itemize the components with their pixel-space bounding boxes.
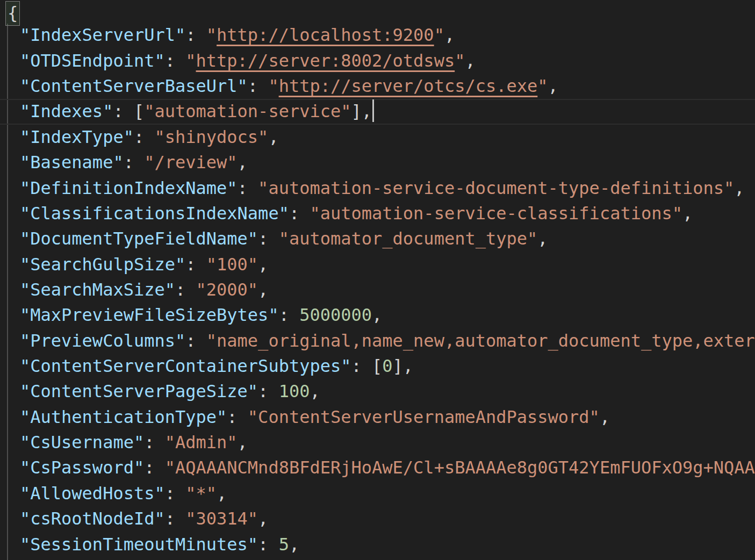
token-string: " — [434, 25, 444, 45]
code-line[interactable]: "PreviewColumns": "name_original,name_ne… — [0, 328, 755, 354]
code-line[interactable]: "CsUsername": "Admin", — [0, 430, 755, 455]
token-punctuation: , — [734, 178, 744, 198]
token-punctuation: : — [238, 178, 258, 198]
token-string: "Admin" — [165, 432, 238, 453]
token-punctuation: , — [537, 228, 548, 249]
token-string: "AQAAANCMnd8BFdERjHoAwE/Cl+sBAAAAe8g0GT4… — [165, 457, 755, 478]
token-punctuation: : — [165, 51, 186, 71]
token-key: "Indexes" — [20, 101, 113, 121]
token-string: "2000" — [196, 279, 258, 300]
token-string: "automation-service" — [144, 101, 351, 121]
token-punctuation: : — [175, 279, 196, 300]
token-string: "automation-service-document-type-defini… — [258, 178, 734, 198]
token-key: "PreviewColumns" — [20, 331, 185, 351]
code-line[interactable]: "CsPassword": "AQAAANCMnd8BFdERjHoAwE/Cl… — [0, 455, 755, 480]
code-area[interactable]: {"IndexServerUrl": "http://localhost:920… — [0, 0, 755, 557]
code-line[interactable]: "SearchGulpSize": "100", — [0, 252, 755, 277]
code-line[interactable]: "ContentServerContainerSubtypes": [0], — [0, 354, 755, 379]
token-punctuation: : — [185, 254, 206, 275]
code-line[interactable]: "ContentServerPageSize": 100, — [0, 379, 755, 404]
token-punctuation: , — [548, 76, 558, 96]
token-punctuation: : — [279, 305, 300, 325]
token-url[interactable]: http://server/otcs/cs.exe — [279, 76, 538, 96]
code-line[interactable]: { — [0, 0, 755, 23]
token-string: "ContentServerUsernameAndPassword" — [248, 407, 600, 427]
token-punctuation: , — [258, 254, 268, 275]
code-line[interactable]: "ClassificationsIndexName": "automation-… — [0, 201, 755, 226]
code-line[interactable]: "SessionTimeoutMinutes": 5, — [0, 532, 755, 557]
token-string: "automator_document_type" — [279, 228, 538, 249]
token-url[interactable]: http://server:8002/otdsws — [196, 51, 455, 71]
token-number: 0 — [382, 356, 392, 376]
token-string: " — [537, 76, 548, 96]
token-punctuation: , — [372, 305, 382, 325]
token-punctuation: , — [310, 381, 320, 401]
token-punctuation: : — [124, 152, 145, 173]
token-key: "MaxPreviewFileSizeBytes" — [20, 305, 279, 325]
token-punctuation: , — [600, 407, 610, 427]
code-line[interactable]: "IndexType": "shinydocs", — [0, 125, 755, 150]
token-key: "Basename" — [20, 152, 124, 173]
token-punctuation: : — [165, 508, 186, 529]
token-punctuation: , — [268, 127, 278, 147]
token-punctuation: : — [227, 407, 248, 427]
text-cursor — [372, 99, 374, 122]
token-key: "OTDSEndpoint" — [20, 51, 165, 71]
token-string: "30314" — [185, 508, 258, 529]
token-number: 100 — [279, 381, 310, 401]
token-string: "100" — [206, 254, 258, 275]
token-string: " — [268, 76, 278, 96]
code-line[interactable]: "Basename": "/review", — [0, 150, 755, 175]
code-line[interactable]: "OTDSEndpoint": "http://server:8002/otds… — [0, 48, 755, 74]
token-key: "csRootNodeId" — [20, 508, 165, 529]
token-punctuation: , — [444, 25, 455, 45]
token-string: "*" — [185, 483, 217, 504]
token-punctuation: : [ — [113, 101, 144, 121]
token-key: "AuthenticationType" — [20, 407, 227, 427]
token-key: "ContentServerContainerSubtypes" — [20, 356, 351, 376]
token-string: "name_original,name_new,automator_docume… — [206, 331, 755, 351]
code-line[interactable]: "DefinitionIndexName": "automation-servi… — [0, 176, 755, 201]
token-string: "/review" — [144, 152, 237, 173]
token-punctuation: : — [144, 457, 165, 478]
token-key: "SessionTimeoutMinutes" — [20, 534, 258, 555]
token-key: "DocumentTypeFieldName" — [20, 228, 258, 249]
token-punctuation: : — [185, 331, 206, 351]
token-key: "IndexType" — [20, 127, 134, 147]
token-punctuation: ], — [393, 356, 414, 376]
token-key: "SearchGulpSize" — [20, 254, 185, 275]
token-url[interactable]: http://localhost:9200 — [217, 25, 434, 45]
token-punctuation: , — [289, 534, 299, 555]
code-line[interactable]: "DocumentTypeFieldName": "automator_docu… — [0, 226, 755, 252]
token-punctuation: , — [682, 203, 693, 224]
token-punctuation: : — [134, 127, 155, 147]
token-punctuation: : — [289, 203, 310, 224]
code-line[interactable]: "SearchMaxSize": "2000", — [0, 277, 755, 303]
token-string: " — [455, 51, 465, 71]
token-punctuation: , — [217, 483, 227, 504]
code-line[interactable]: "ContentServerBaseUrl": "http://server/o… — [0, 74, 755, 99]
token-punctuation: : — [258, 534, 279, 555]
token-punctuation: , — [238, 432, 248, 453]
token-punctuation: ], — [351, 101, 372, 121]
token-number: 5 — [279, 534, 289, 555]
token-punctuation: : — [144, 432, 165, 453]
token-string: " — [206, 25, 217, 45]
code-editor[interactable]: {"IndexServerUrl": "http://localhost:920… — [0, 0, 755, 560]
token-key: "SearchMaxSize" — [20, 279, 175, 300]
code-line[interactable]: "AuthenticationType": "ContentServerUser… — [0, 405, 755, 430]
token-bracket-match: { — [5, 1, 20, 26]
token-punctuation: : — [185, 25, 206, 45]
token-key: "ContentServerPageSize" — [20, 381, 258, 401]
code-line[interactable]: "MaxPreviewFileSizeBytes": 5000000, — [0, 303, 755, 328]
token-punctuation: : — [258, 381, 279, 401]
token-string: "shinydocs" — [154, 127, 268, 147]
code-line[interactable]: "csRootNodeId": "30314", — [0, 506, 755, 532]
token-punctuation: : [ — [351, 356, 383, 376]
code-line-current[interactable]: "Indexes": ["automation-service"], — [0, 99, 755, 124]
token-string: "automation-service-classifications" — [310, 203, 682, 224]
code-line[interactable]: "IndexServerUrl": "http://localhost:9200… — [0, 23, 755, 48]
token-string: " — [185, 51, 196, 71]
token-key: "DefinitionIndexName" — [20, 178, 238, 198]
code-line[interactable]: "AllowedHosts": "*", — [0, 481, 755, 506]
